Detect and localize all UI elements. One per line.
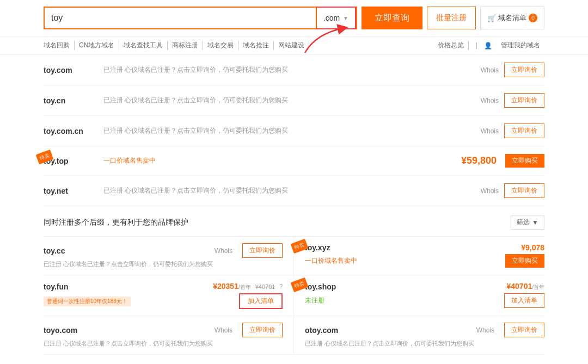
filter-label: 筛选: [517, 218, 530, 227]
action-button[interactable]: 立即询价: [504, 93, 544, 108]
original-price: ¥40701: [255, 283, 275, 290]
domain-name: toy.fun: [44, 282, 98, 291]
domain-name: toy.com: [44, 66, 98, 75]
list-item: toy.cc Whois 立即询价 已注册 心仪域名已注册？点击立即询价，仍可委…: [44, 237, 294, 275]
list-item: otoy.com Whois 立即询价 已注册 心仪域名已注册？点击立即询价，仍…: [294, 316, 544, 355]
action-button[interactable]: 立即询价: [242, 323, 283, 337]
buy-button[interactable]: 立即购买: [505, 254, 544, 268]
domain-status: 已注册 心仪域名已注册？点击立即询价，仍可委托我们为您购买: [44, 340, 213, 348]
user-icon: 👤: [484, 42, 492, 50]
domain-name: toy.cc: [44, 246, 98, 255]
whois-label: Whois: [215, 326, 232, 334]
domain-status: 已注册 心仪域名已注册？点击立即询价，仍可委托我们为您购买: [44, 260, 213, 268]
whois-label: Whois: [481, 66, 499, 74]
promo-tag: 普通词一次性注册10年仅188元！: [44, 297, 131, 306]
domain-name: toy.shop: [305, 282, 359, 291]
price: ¥59,800: [461, 155, 497, 166]
question-icon: ?: [279, 283, 283, 289]
list-item: toy.fun ¥20351/首年 ¥40701 ? 普通词一次性注册10年仅1…: [44, 275, 294, 316]
list-item: 特卖 toy.shop ¥40701/首年 未注册 加入清单: [294, 275, 544, 316]
nav-link-trademark[interactable]: 商标注册: [168, 41, 203, 50]
table-row: toy.com 已注册 心仪域名已注册？点击立即询价，仍可委托我们为您购买 Wh…: [44, 55, 544, 85]
sale-status: 一口价域名售卖中: [103, 156, 156, 165]
separator: ｜: [473, 41, 480, 50]
section-title: 同时注册多个后缀，更有利于您的品牌保护: [44, 218, 511, 227]
chevron-down-icon: ▼: [343, 15, 348, 21]
cart-icon: 🛒: [487, 14, 496, 22]
buy-button[interactable]: 立即购买: [505, 154, 544, 168]
list-item: toyo.com Whois 立即询价 已注册 心仪域名已注册？点击立即询价，仍…: [44, 316, 294, 355]
nav-link-domain-buyback[interactable]: 域名回购: [44, 41, 75, 50]
whois-label: Whois: [481, 187, 499, 195]
domain-status: 已注册 心仪域名已注册？点击立即询价，仍可委托我们为您购买: [103, 96, 481, 105]
add-to-cart-button[interactable]: 加入清单: [504, 293, 544, 308]
table-row: 特卖 toy.top 一口价域名售卖中 ¥59,800 立即购买: [44, 146, 544, 176]
whois-label: Whois: [481, 127, 499, 135]
price: ¥9,078: [521, 243, 544, 252]
domain-name: toy.com.cn: [44, 127, 98, 135]
grid-results: toy.cc Whois 立即询价 已注册 心仪域名已注册？点击立即询价，仍可委…: [44, 237, 544, 355]
top-bar: toy .com ▼ 立即查询 批量注册 🛒 域名清单 0: [0, 0, 588, 36]
domain-status: 已注册 心仪域名已注册？点击立即询价，仍可委托我们为您购买: [103, 126, 481, 135]
price: ¥40701/首年: [507, 282, 545, 291]
domain-status: 已注册 心仪域名已注册？点击立即询价，仍可委托我们为您购买: [305, 340, 474, 348]
nav-link-domain-trade[interactable]: 域名交易: [203, 41, 238, 50]
domain-name: toy.xyz: [305, 243, 359, 252]
cart-button[interactable]: 🛒 域名清单 0: [480, 7, 544, 29]
domain-name: toy.cn: [44, 96, 98, 105]
domain-suffix-select[interactable]: .com ▼: [316, 7, 356, 29]
nav-link-domain-snatch[interactable]: 域名抢注: [238, 41, 274, 50]
price: ¥20351/首年: [213, 282, 251, 291]
sale-status: 一口价域名售卖中: [305, 256, 357, 266]
add-to-cart-button[interactable]: 加入清单: [239, 293, 283, 309]
whois-label: Whois: [476, 326, 494, 334]
price-overview-link[interactable]: 价格总览: [438, 41, 469, 50]
nav-link-website[interactable]: 网站建设: [274, 41, 309, 50]
domain-name: toy.net: [44, 187, 98, 195]
action-button[interactable]: 立即询价: [504, 124, 544, 138]
search-button[interactable]: 立即查询: [362, 7, 422, 29]
batch-register-button[interactable]: 批量注册: [427, 7, 476, 29]
table-row: toy.com.cn 已注册 心仪域名已注册？点击立即询价，仍可委托我们为您购买…: [44, 116, 544, 146]
action-button[interactable]: 立即询价: [504, 183, 544, 198]
filter-button[interactable]: 筛选 ▼: [511, 215, 544, 230]
suffix-value: .com: [323, 14, 340, 22]
search-input[interactable]: toy: [45, 8, 316, 28]
action-button[interactable]: 立即询价: [242, 243, 283, 258]
action-button[interactable]: 立即询价: [504, 323, 544, 337]
nav-link-domain-finder[interactable]: 域名查找工具: [119, 41, 168, 50]
nav-link-cn-local[interactable]: CN地方域名: [75, 41, 119, 50]
whois-label: Whois: [215, 247, 232, 255]
domain-name: otoy.com: [305, 326, 359, 335]
nav-right: 价格总览 ｜ 👤 管理我的域名: [438, 41, 544, 50]
cart-label: 域名清单: [498, 13, 526, 23]
brand-protection-section: 同时注册多个后缀，更有利于您的品牌保护 筛选 ▼ toy.cc Whois 立即…: [0, 206, 588, 355]
table-row: toy.net 已注册 心仪域名已注册？点击立即询价，仍可委托我们为您购买 Wh…: [44, 176, 544, 206]
unregistered-status: 未注册: [305, 296, 324, 305]
section-header: 同时注册多个后缀，更有利于您的品牌保护 筛选 ▼: [44, 206, 544, 237]
main-results: toy.com 已注册 心仪域名已注册？点击立即询价，仍可委托我们为您购买 Wh…: [0, 55, 588, 206]
domain-status: 已注册 心仪域名已注册？点击立即询价，仍可委托我们为您购买: [103, 65, 481, 75]
domain-name: toyo.com: [44, 326, 98, 335]
list-item: 特卖 toy.xyz ¥9,078 一口价域名售卖中 立即购买: [294, 237, 544, 275]
cart-count: 0: [529, 14, 537, 22]
manage-domains-link[interactable]: 管理我的域名: [497, 41, 544, 50]
search-input-wrapper: toy .com ▼: [44, 7, 357, 29]
chevron-down-icon: ▼: [532, 219, 538, 226]
nav-links: 域名回购 CN地方域名 域名查找工具 商标注册 域名交易 域名抢注 网站建设 价…: [0, 36, 588, 55]
table-row: toy.cn 已注册 心仪域名已注册？点击立即询价，仍可委托我们为您购买 Who…: [44, 85, 544, 116]
domain-status: 已注册 心仪域名已注册？点击立即询价，仍可委托我们为您购买: [103, 186, 481, 195]
action-button[interactable]: 立即询价: [504, 63, 544, 77]
whois-label: Whois: [481, 97, 499, 104]
